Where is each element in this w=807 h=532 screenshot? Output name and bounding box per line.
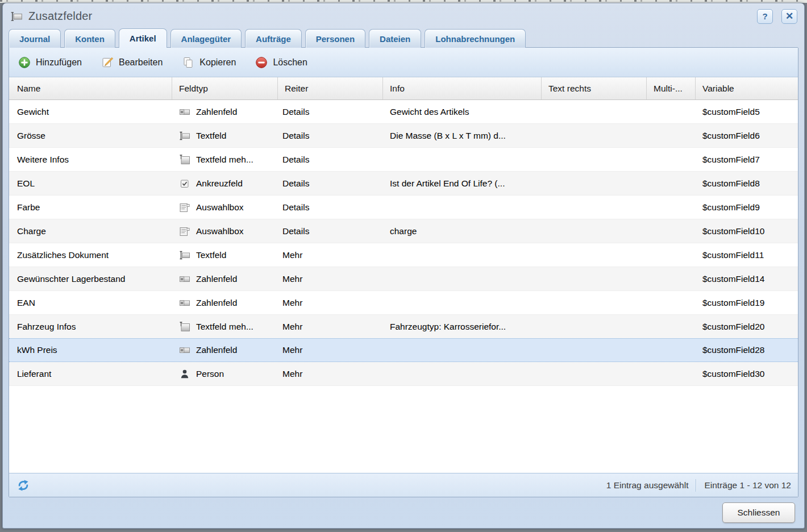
close-icon[interactable]: ✕ (781, 9, 797, 24)
refresh-icon (16, 479, 30, 492)
row-reiter: Mehr (278, 322, 383, 332)
numberfield-icon (179, 106, 190, 118)
edit-button[interactable]: Bearbeiten (101, 56, 163, 69)
table-row[interactable]: EOL Ankreuzfeld Details Ist der Artikel … (9, 172, 798, 196)
row-variable: $customField28 (696, 345, 798, 355)
row-info: Gewicht des Artikels (383, 107, 542, 117)
textfield-icon (10, 10, 23, 23)
help-button[interactable]: ? (757, 9, 773, 24)
person-icon (179, 368, 190, 380)
table-row[interactable]: Lieferant Person Mehr $customField30 (9, 362, 798, 386)
table-body: Gewicht Zahlenfeld Details Gewicht des A… (9, 100, 798, 386)
table-row[interactable]: Grösse Textfeld Details Die Masse (B x L… (9, 124, 798, 148)
footer-bar: Schliessen (3, 497, 804, 528)
row-variable: $customField8 (696, 178, 798, 189)
numberfield-icon (179, 297, 190, 309)
row-reiter: Details (278, 178, 383, 189)
row-feldtyp: Auswahlbox (172, 202, 278, 213)
row-name: Fahrzeug Infos (9, 322, 172, 332)
row-reiter: Mehr (278, 250, 383, 260)
row-name: Weitere Infos (9, 155, 172, 165)
column-header-name[interactable]: Name (9, 77, 172, 99)
row-name: Gewicht (9, 107, 172, 117)
delete-icon (255, 56, 268, 69)
table-row[interactable]: EAN Zahlenfeld Mehr $customField19 (9, 291, 798, 315)
row-variable: $customField10 (696, 226, 798, 236)
column-header-reiter[interactable]: Reiter (278, 77, 383, 99)
row-name: Lieferant (9, 369, 172, 379)
entries-range: Einträge 1 - 12 von 12 (704, 480, 791, 491)
table-row[interactable]: Zusätzliches Dokument Textfeld Mehr $cus… (9, 243, 798, 267)
row-feldtyp: Textfeld meh... (172, 154, 278, 165)
column-header-info[interactable]: Info (383, 77, 542, 99)
row-reiter: Mehr (278, 369, 383, 379)
table-row[interactable]: Fahrzeug Infos Textfeld meh... Mehr Fahr… (9, 315, 798, 339)
row-feldtyp: Person (172, 368, 278, 380)
textarea-icon (179, 321, 190, 332)
row-name: Gewünschter Lagerbestand (9, 274, 172, 284)
dialog-title: Zusatzfelder (28, 10, 748, 23)
table-row[interactable]: Charge Auswahlbox Details charge $custom… (9, 219, 798, 243)
column-header-feldtyp[interactable]: Feldtyp (172, 77, 278, 99)
row-name: Charge (9, 226, 172, 236)
table-row[interactable]: Weitere Infos Textfeld meh... Details $c… (9, 148, 798, 172)
table-row[interactable]: kWh Preis Zahlenfeld Mehr $customField28 (9, 338, 798, 362)
schliessen-button[interactable]: Schliessen (722, 502, 795, 523)
refresh-button[interactable] (16, 478, 31, 493)
row-feldtyp: Textfeld meh... (172, 321, 278, 332)
edit-icon (101, 56, 114, 69)
row-info: Ist der Artikel End Of Life? (... (383, 178, 542, 189)
row-reiter: Details (278, 131, 383, 141)
tab-lohnabrechnungen[interactable]: Lohnabrechnungen (425, 29, 526, 48)
row-variable: $customField7 (696, 155, 798, 165)
copy-icon (182, 56, 194, 69)
toolbar: Hinzufügen Bearbeiten Kopieren Löschen (9, 48, 798, 77)
tab-auftraege[interactable]: Aufträge (245, 29, 302, 48)
row-feldtyp: Textfeld (172, 250, 278, 261)
row-variable: $customField30 (696, 369, 798, 379)
tab-journal[interactable]: Journal (9, 29, 61, 48)
content-panel: Hinzufügen Bearbeiten Kopieren Löschen N… (9, 47, 798, 497)
row-variable: $customField9 (696, 202, 798, 213)
tab-artikel[interactable]: Artikel (119, 28, 167, 48)
row-info: Fahrzeugtyp: Karrosseriefor... (383, 322, 542, 332)
table-row[interactable]: Gewünschter Lagerbestand Zahlenfeld Mehr… (9, 267, 798, 291)
row-reiter: Details (278, 202, 383, 213)
column-header-variable[interactable]: Variable (696, 77, 798, 99)
column-header-text-rechts[interactable]: Text rechts (542, 77, 647, 99)
table-row[interactable]: Farbe Auswahlbox Details $customField9 (9, 196, 798, 219)
zusatzfelder-dialog: Zusatzfelder ? ✕ Journal Konten Artikel … (2, 3, 805, 529)
row-feldtyp: Zahlenfeld (172, 297, 278, 309)
selectbox-icon (179, 226, 190, 237)
copy-button[interactable]: Kopieren (182, 56, 236, 69)
tab-konten[interactable]: Konten (64, 29, 115, 48)
delete-button[interactable]: Löschen (255, 56, 307, 69)
row-name: EAN (9, 298, 172, 308)
row-feldtyp: Textfeld (172, 130, 278, 142)
row-reiter: Details (278, 226, 383, 236)
row-variable: $customField19 (696, 298, 798, 308)
tab-bar: Journal Konten Artikel Anlagegüter Auftr… (3, 29, 804, 48)
table-row[interactable]: Gewicht Zahlenfeld Details Gewicht des A… (9, 100, 798, 124)
add-button[interactable]: Hinzufügen (18, 56, 82, 69)
tab-personen[interactable]: Personen (305, 29, 365, 48)
row-feldtyp: Ankreuzfeld (172, 178, 278, 189)
textfield-icon (179, 130, 190, 142)
row-name: EOL (9, 178, 172, 189)
row-feldtyp: Zahlenfeld (172, 344, 278, 356)
row-variable: $customField20 (696, 322, 798, 332)
row-variable: $customField5 (696, 107, 798, 117)
table-header: Name Feldtyp Reiter Info Text rechts Mul… (9, 77, 798, 100)
row-variable: $customField11 (696, 250, 798, 260)
column-header-multi[interactable]: Multi-... (647, 77, 696, 99)
tab-anlagegueter[interactable]: Anlagegüter (170, 29, 242, 48)
row-feldtyp: Zahlenfeld (172, 273, 278, 285)
tab-dateien[interactable]: Dateien (369, 29, 421, 48)
selection-status: 1 Eintrag ausgewählt (606, 480, 689, 491)
table-empty-area (9, 386, 798, 473)
title-bar: Zusatzfelder ? ✕ (3, 3, 804, 29)
row-name: Zusätzliches Dokument (9, 250, 172, 260)
row-variable: $customField6 (696, 131, 798, 141)
row-name: Farbe (9, 202, 172, 213)
row-reiter: Mehr (278, 298, 383, 308)
